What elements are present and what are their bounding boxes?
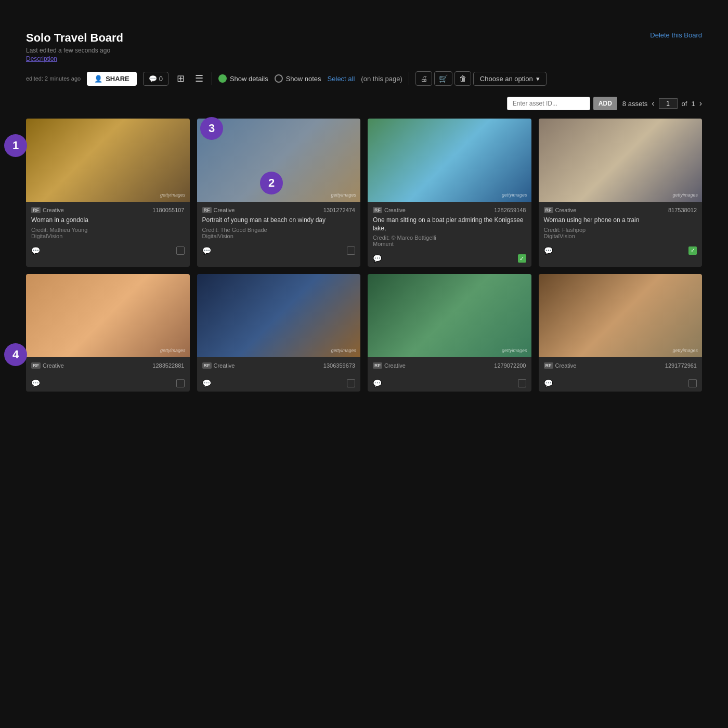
choose-option-button[interactable]: Choose an option ▾	[473, 72, 547, 86]
select-all-note: (on this page)	[361, 75, 402, 83]
cart-button[interactable]: 🛒	[434, 71, 452, 86]
show-details-indicator	[218, 74, 227, 83]
image-grid: gettyimages RF Creative 1180055107 Woman…	[26, 119, 702, 392]
card-3-comment-icon[interactable]: 💬	[373, 254, 382, 263]
card-8-checkbox[interactable]	[688, 379, 697, 387]
card-3-id: 1282659148	[494, 207, 526, 213]
comment-icon: 💬	[149, 75, 157, 83]
card-4-id: 817538012	[668, 207, 697, 213]
card-2-collection: DigitalVision	[202, 233, 356, 239]
card-2-type: Creative	[214, 207, 235, 213]
card-5-image: gettyimages	[26, 274, 190, 357]
card-1-credit: Credit: Mathieu Young	[31, 227, 185, 233]
image-card-5: gettyimages RF Creative 1283522881 💬	[26, 274, 190, 392]
card-3-image: gettyimages	[368, 119, 531, 202]
image-card-2: gettyimages RF Creative 1301272474 Portr…	[197, 119, 361, 267]
annotation-badge-4: 4	[4, 343, 27, 366]
getty-watermark-2: gettyimages	[331, 192, 356, 198]
card-7-id: 1279072200	[494, 362, 526, 369]
card-1-type: Creative	[43, 207, 64, 213]
card-8-comment-icon[interactable]: 💬	[544, 379, 553, 387]
card-4-comment-icon[interactable]: 💬	[544, 246, 553, 255]
card-3-collection: Moment	[373, 241, 526, 247]
card-4-checkbox[interactable]: ✓	[688, 246, 697, 255]
print-button[interactable]: 🖨	[415, 71, 432, 86]
rf-badge-2: RF	[202, 207, 212, 213]
grid-view-button[interactable]: ⊞	[175, 71, 187, 86]
annotation-badge-3: 3	[200, 117, 223, 140]
rf-badge-8: RF	[544, 362, 553, 369]
image-card-1: gettyimages RF Creative 1180055107 Woman…	[26, 119, 190, 267]
share-icon: 👤	[94, 75, 102, 83]
assets-count: 8 assets	[622, 100, 647, 108]
card-5-id: 1283522881	[152, 362, 184, 369]
card-7-image: gettyimages	[368, 274, 531, 357]
card-8-type: Creative	[555, 362, 577, 369]
rf-badge-3: RF	[373, 207, 382, 213]
card-3-title: One man sitting on a boat pier admiring …	[373, 216, 526, 232]
card-6-id: 1306359673	[323, 362, 355, 369]
card-4-type: Creative	[555, 207, 577, 213]
card-1-id: 1180055107	[152, 207, 184, 213]
card-1-comment-icon[interactable]: 💬	[31, 246, 40, 255]
annotation-badge-2: 2	[260, 172, 283, 194]
page-of: of	[682, 100, 687, 108]
select-all-link[interactable]: Select all	[328, 75, 355, 83]
image-card-4: gettyimages RF Creative 817538012 Woman …	[539, 119, 703, 267]
show-notes-toggle[interactable]: Show notes	[275, 74, 321, 83]
show-details-toggle[interactable]: Show details	[218, 74, 268, 83]
board-title: Solo Travel Board	[26, 31, 123, 45]
getty-watermark-7: gettyimages	[502, 348, 527, 353]
getty-watermark-8: gettyimages	[672, 348, 698, 353]
rf-badge-5: RF	[31, 362, 41, 369]
asset-id-input[interactable]	[507, 97, 590, 110]
card-2-checkbox[interactable]	[347, 246, 355, 255]
getty-watermark-4: gettyimages	[672, 192, 698, 198]
card-3-credit: Credit: © Marco Bottigelli	[373, 235, 526, 241]
share-button[interactable]: 👤 SHARE	[87, 72, 137, 86]
rf-badge-6: RF	[202, 362, 212, 369]
comments-count: 0	[159, 75, 163, 83]
card-1-title: Woman in a gondola	[31, 216, 185, 225]
card-8-image: gettyimages	[539, 274, 703, 357]
card-7-checkbox[interactable]	[518, 379, 526, 387]
prev-page-button[interactable]: ‹	[652, 99, 654, 108]
delete-button[interactable]: 🗑	[454, 71, 471, 86]
annotation-badge-1: 1	[4, 134, 27, 157]
image-card-8: gettyimages RF Creative 1291772961 💬	[539, 274, 703, 392]
add-asset-button[interactable]: ADD	[593, 97, 617, 110]
card-2-credit: Credit: The Good Brigade	[202, 227, 356, 233]
card-4-credit: Credit: Flashpop	[544, 227, 697, 233]
card-1-collection: DigitalVision	[31, 233, 185, 239]
card-3-checkbox[interactable]: ✓	[518, 254, 526, 263]
card-7-comment-icon[interactable]: 💬	[373, 379, 382, 387]
card-2-comment-icon[interactable]: 💬	[202, 246, 211, 255]
card-5-comment-icon[interactable]: 💬	[31, 379, 40, 387]
card-8-id: 1291772961	[665, 362, 697, 369]
card-5-type: Creative	[43, 362, 64, 369]
show-details-label: Show details	[230, 75, 268, 83]
next-page-button[interactable]: ›	[699, 99, 702, 108]
card-4-collection: DigitalVision	[544, 233, 697, 239]
card-5-checkbox[interactable]	[176, 379, 185, 387]
board-description-link[interactable]: Description	[26, 55, 123, 62]
card-6-type: Creative	[214, 362, 235, 369]
card-6-comment-icon[interactable]: 💬	[202, 379, 211, 387]
rf-badge-7: RF	[373, 362, 382, 369]
image-card-6: gettyimages RF Creative 1306359673 💬	[197, 274, 361, 392]
chevron-down-icon: ▾	[536, 75, 540, 83]
rf-badge-4: RF	[544, 207, 553, 213]
page-total: 1	[691, 100, 695, 108]
list-view-button[interactable]: ☰	[193, 71, 205, 86]
delete-board-link[interactable]: Delete this Board	[650, 31, 702, 39]
page-number-input[interactable]	[659, 98, 678, 109]
card-1-image: gettyimages	[26, 119, 190, 202]
card-6-image: gettyimages	[197, 274, 361, 357]
card-6-checkbox[interactable]	[347, 379, 355, 387]
card-1-checkbox[interactable]	[176, 246, 185, 255]
share-label: SHARE	[106, 75, 129, 83]
board-last-edited: Last edited a few seconds ago	[26, 47, 123, 54]
show-notes-indicator	[275, 74, 283, 83]
image-card-7: gettyimages RF Creative 1279072200 💬	[368, 274, 531, 392]
comments-button[interactable]: 💬 0	[143, 72, 168, 86]
